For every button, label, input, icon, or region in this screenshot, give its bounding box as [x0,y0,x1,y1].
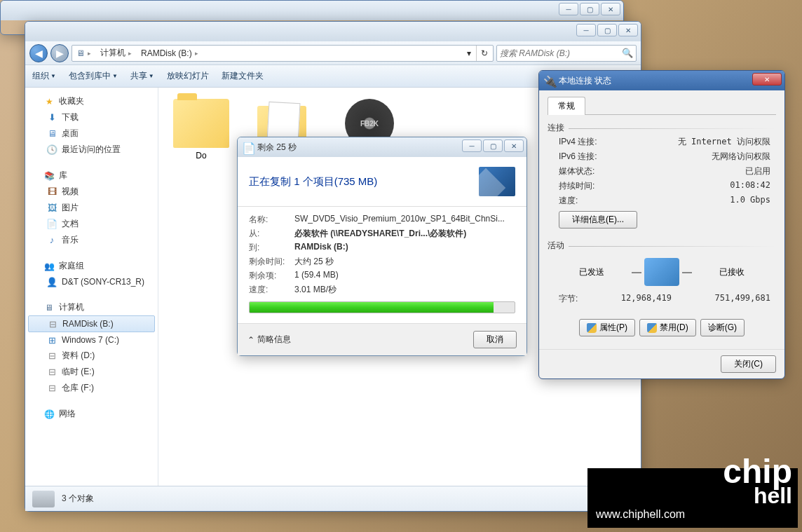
sidebar-item-storage-f[interactable]: ⊟仓库 (F:) [25,380,158,396]
folder-label: Do [170,151,233,161]
homegroup-header[interactable]: 👥家庭组 [25,258,158,274]
forward-button[interactable]: ▶ [50,44,69,62]
sidebar-item-videos[interactable]: 🎞视频 [25,184,158,200]
network-status-dialog: 🔌 本地连接 状态 ✕ 常规 连接 IPv4 连接:无 Internet 访问权… [538,70,785,379]
copy-animation [479,167,515,196]
sidebar-item-temp-e[interactable]: ⊟临时 (E:) [25,364,158,380]
maximize-button[interactable]: ▢ [597,24,617,36]
copy-dialog: 📄 剩余 25 秒 ─ ▢ ✕ 正在复制 1 个项目(735 MB) 名称:SW… [237,137,527,356]
breadcrumb[interactable]: 🖥▸ 计算机▸ RAMDisk (B:)▸ ▾ ↻ [72,45,494,62]
back-button[interactable]: ◀ [29,44,48,62]
sidebar-item-ramdisk[interactable]: ⊟RAMDisk (B:) [28,315,155,332]
organize-button[interactable]: 组织 ▼ [32,70,56,82]
name-label: 名称: [249,214,294,226]
activity-icon [644,258,679,286]
explorer-titlebar[interactable]: ─ ▢ ✕ [25,22,641,41]
close-button[interactable]: ✕ [618,24,638,36]
properties-button[interactable]: 属性(P) [579,319,635,336]
sidebar-item-recent[interactable]: 🕓最近访问的位置 [25,142,158,158]
ipv6-value: 无网络访问权限 [712,151,770,163]
sidebar-item-music[interactable]: ♪音乐 [25,232,158,248]
net-titlebar[interactable]: 🔌 本地连接 状态 ✕ [539,71,784,90]
speed-label: 速度: [559,195,578,207]
bytes-recv-value: 751,499,681 [715,293,770,305]
ipv4-label: IPv4 连接: [559,136,597,148]
copy-heading: 正在复制 1 个项目(735 MB) [249,175,377,189]
status-bar: 3 个对象 [25,486,641,511]
watermark-url: www.chiphell.com [596,508,685,521]
duration-value: 01:08:42 [730,180,770,192]
sidebar-item-data-d[interactable]: ⊟资料 (D:) [25,348,158,364]
shield-icon [647,323,657,333]
new-folder-button[interactable]: 新建文件夹 [222,70,264,82]
drive-icon [32,491,55,507]
share-button[interactable]: 共享 ▼ [130,70,154,82]
sidebar-item-documents[interactable]: 📄文档 [25,216,158,232]
copy-body: 名称:SW_DVD5_Visio_Premium_2010w_SP1_64Bit… [238,207,526,323]
speed-value: 3.01 MB/秒 [294,284,515,296]
close-button[interactable]: ✕ [504,139,524,152]
less-info-toggle[interactable]: ⌃简略信息 [247,334,291,346]
favorites-header[interactable]: ★收藏夹 [25,93,158,109]
sidebar-item-windows7[interactable]: ⊞Windows 7 (C:) [25,332,158,348]
libraries-header[interactable]: 📚库 [25,168,158,184]
speed-value: 1.0 Gbps [730,195,770,207]
name-value: SW_DVD5_Visio_Premium_2010w_SP1_64Bit_Ch… [294,214,515,226]
from-label: 从: [249,228,294,240]
items-value: 1 (59.4 MB) [294,270,515,282]
minimize-button[interactable]: ─ [576,24,596,36]
watermark: www.chiphell.com chiphell [580,451,798,528]
details-button[interactable]: 详细信息(E)... [559,211,637,229]
maximize-button[interactable]: ▢ [483,139,503,152]
network-icon: 🔌 [543,75,555,86]
media-value: 已启用 [745,165,770,177]
disable-button[interactable]: 禁用(D) [639,319,696,336]
include-library-button[interactable]: 包含到库中 ▼ [69,70,118,82]
crumb-ramdisk[interactable]: RAMDisk (B:)▸ [137,46,203,61]
copy-header: 正在复制 1 个项目(735 MB) [238,157,526,207]
copy-title: 剩余 25 秒 [257,142,297,154]
breadcrumb-dropdown[interactable]: ▾ [463,46,476,61]
bytes-sent-value: 12,968,419 [578,293,714,305]
minimize-button[interactable]: ─ [462,139,482,152]
diagnose-button[interactable]: 诊断(G) [700,319,745,336]
close-dialog-button[interactable]: 关闭(C) [721,355,776,373]
to-value: RAMDisk (B:) [294,242,515,254]
sidebar-item-pictures[interactable]: 🖼图片 [25,200,158,216]
bytes-label: 字节: [559,293,578,305]
folder-item[interactable]: Do [170,99,233,161]
crumb-computer-icon[interactable]: 🖥▸ [72,46,96,61]
refresh-button[interactable]: ↻ [476,46,493,61]
folder-icon [173,99,229,148]
cancel-button[interactable]: 取消 [473,331,517,348]
sidebar-item-desktop[interactable]: 🖥桌面 [25,125,158,142]
progress-bar [249,301,515,313]
time-value: 大约 25 秒 [294,256,515,268]
time-label: 剩余时间: [249,256,294,268]
maximize-button[interactable]: ▢ [580,3,599,15]
minimize-button[interactable]: ─ [559,3,578,15]
progress-fill [250,302,494,313]
network-header[interactable]: 🌐网络 [25,406,158,422]
sidebar-item-downloads[interactable]: ⬇下载 [25,109,158,125]
search-input[interactable] [500,48,622,58]
tab-general[interactable]: 常规 [548,97,585,115]
search-box[interactable]: 🔍 [496,45,637,62]
ipv4-value: 无 Internet 访问权限 [678,136,770,148]
copy-titlebar[interactable]: 📄 剩余 25 秒 ─ ▢ ✕ [238,137,526,157]
slideshow-button[interactable]: 放映幻灯片 [167,70,209,82]
status-count: 3 个对象 [62,493,94,505]
net-title: 本地连接 状态 [559,75,611,87]
sidebar-item-homegroup-user[interactable]: 👤D&T (SONY-CR13_R) [25,274,158,289]
sidebar: ★收藏夹 ⬇下载 🖥桌面 🕓最近访问的位置 📚库 🎞视频 🖼图片 📄文档 ♪音乐… [25,88,158,486]
watermark-logo: chiphell [723,458,792,505]
close-button[interactable]: ✕ [752,73,782,86]
crumb-computer[interactable]: 计算机▸ [96,46,137,61]
computer-header[interactable]: 🖥计算机 [25,299,158,315]
close-button[interactable]: ✕ [601,3,620,15]
items-label: 剩余项: [249,270,294,282]
from-value: 必装软件 (\\READYSHARE\T_Dri...\必装软件) [294,228,515,240]
search-icon: 🔍 [622,48,633,58]
shield-icon [587,323,597,333]
chevron-up-icon: ⌃ [247,335,254,345]
